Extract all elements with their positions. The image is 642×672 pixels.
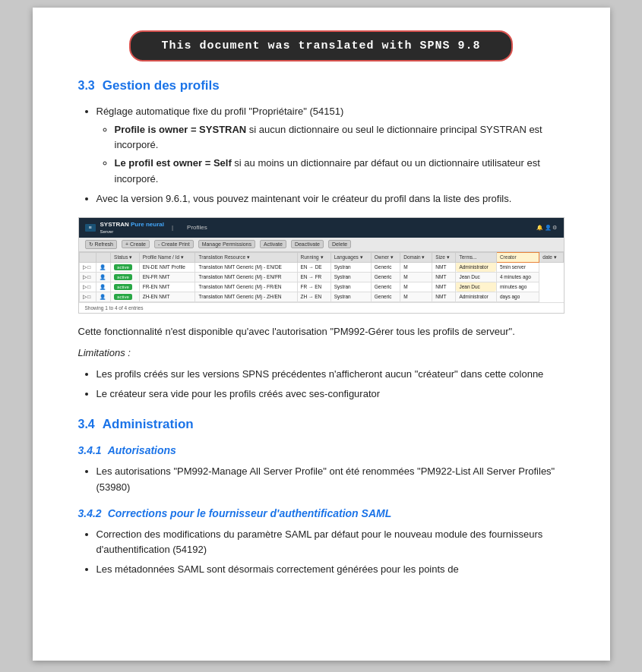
refresh-btn: ↻ Refresh (85, 240, 117, 249)
mini-page-title: Profiles (187, 224, 207, 231)
section-342-list: Correction des modifications du paramètr… (96, 527, 565, 577)
section-341-item-1: Les autorisations "PM992-Manage All Serv… (96, 464, 565, 494)
deactivate-btn: Deactivate (291, 240, 324, 248)
mini-brand: SYSTRAN Pure neuralServer (100, 221, 164, 235)
screenshot-container: ≡ SYSTRAN Pure neuralServer | Profiles 🔔… (78, 217, 565, 314)
mini-topbar: ≡ SYSTRAN Pure neuralServer | Profiles 🔔… (79, 218, 564, 238)
sub-item-1: Profile is owner = SYSTRAN si aucun dict… (115, 122, 565, 153)
col-size: Size ▾ (432, 252, 456, 262)
section-341-list: Les autorisations "PM992-Manage All Serv… (96, 464, 565, 494)
lim1-text: Les profils créés sur les versions SPNS … (96, 368, 544, 380)
col-date: date ▾ (539, 252, 563, 262)
col-languages: Languages ▾ (330, 252, 371, 262)
mini-ui: ≡ SYSTRAN Pure neuralServer | Profiles 🔔… (79, 218, 564, 313)
table-row: ▷ □ 👤 active EN-DE NMT Profile Translati… (79, 262, 563, 272)
document-page: This document was translated with SPNS 9… (33, 8, 610, 661)
sub1-label: Profile is owner = SYSTRAN (115, 124, 247, 135)
section-342-heading: 3.4.2 Corrections pour le fournisseur d'… (78, 507, 565, 519)
profiles-table: Status ▾ Profile Name / Id ▾ Translation… (79, 252, 564, 302)
table-row: ▷ □ 👤 active ZH-EN NMT Translation NMT G… (79, 292, 563, 301)
list-item-1: Réglage automatique fixe du profil "Prop… (96, 104, 565, 187)
translation-banner: This document was translated with SPNS 9… (129, 30, 512, 62)
bullet1-text: Réglage automatique fixe du profil "Prop… (96, 106, 344, 117)
col-resource: Translation Resource ▾ (195, 252, 297, 262)
section-342-item-2: Les métadonnées SAML sont désormais corr… (96, 562, 565, 577)
col-owner: Owner ▾ (371, 252, 400, 262)
section-34-heading: 3.4 Administration (78, 417, 565, 432)
col-icon (96, 252, 110, 262)
section-33-list: Réglage automatique fixe du profil "Prop… (96, 104, 565, 207)
section-34-num: 3.4 (78, 418, 95, 431)
col-select (79, 252, 96, 262)
limitations-list: Les profils créés sur les versions SPNS … (96, 367, 565, 402)
section-341-heading: 3.4.1 Autorisations (78, 444, 565, 456)
lim2-text: Le créateur sera vide pour les profils c… (96, 388, 381, 399)
showing-text: Showing 1 to 4 of 4 entries (85, 305, 144, 311)
table-row: ▷ □ 👤 active FR-EN NMT Translation NMT G… (79, 282, 563, 292)
lim-item-1: Les profils créés sur les versions SPNS … (96, 367, 565, 382)
bullet2-text: Avec la version 9.6.1, vous pouvez maint… (96, 193, 512, 204)
section-33-heading: 3.3 Gestion des profils (78, 78, 565, 93)
section-342-bullet2: Les métadonnées SAML sont désormais corr… (96, 563, 459, 575)
section-342-num: 3.4.2 (78, 507, 102, 519)
list-item-2: Avec la version 9.6.1, vous pouvez maint… (96, 191, 565, 207)
col-status: Status ▾ (111, 252, 140, 262)
permissions-btn: Manage Permissions (198, 240, 255, 248)
section-341-title: Autorisations (108, 444, 176, 456)
section-342-item-1: Correction des modifications du paramètr… (96, 527, 565, 557)
section-341-bullet1: Les autorisations "PM992-Manage All Serv… (96, 465, 555, 492)
table-footer: Showing 1 to 4 of 4 entries (79, 302, 564, 313)
create-btn: + Create (122, 240, 150, 248)
delete-btn: Delete (328, 240, 351, 248)
col-creator: Creator (496, 252, 539, 262)
section-33-title: Gestion des profils (103, 78, 220, 93)
col-domain: Domain ▾ (400, 252, 432, 262)
activate-btn: Activate (260, 240, 286, 248)
sub-item-2: Le profil est owner = Self si au moins u… (115, 156, 565, 186)
col-terms: Terms... (456, 252, 497, 262)
banner-wrapper: This document was translated with SPNS 9… (78, 30, 565, 62)
sub2-label: Le profil est owner = Self (115, 157, 232, 169)
limitations-label: Limitations : (78, 345, 565, 361)
section-342-title: Corrections pour le fournisseur d'authen… (108, 507, 392, 519)
create-print-btn: - Create Print (154, 240, 194, 248)
section-342-bullet1: Correction des modifications du paramètr… (96, 528, 543, 555)
table-row: ▷ □ 👤 active EN-FR NMT Translation NMT G… (79, 272, 563, 282)
banner-text: This document was translated with SPNS 9… (161, 39, 480, 52)
col-running: Running ▾ (297, 252, 330, 262)
section-34-title: Administration (103, 417, 194, 432)
lim-item-2: Le créateur sera vide pour les profils c… (96, 386, 565, 402)
col-name: Profile Name / Id ▾ (139, 252, 195, 262)
mini-toolbar: ↻ Refresh + Create - Create Print Manage… (79, 238, 564, 252)
note1-text: Cette fonctionnalité n'est disponible qu… (78, 324, 565, 339)
section-33-num: 3.3 (78, 79, 95, 93)
section-341-num: 3.4.1 (78, 444, 102, 456)
sub-list-1: Profile is owner = SYSTRAN si aucun dict… (115, 122, 565, 187)
limitations-block: Limitations : Les profils créés sur les … (78, 345, 565, 402)
